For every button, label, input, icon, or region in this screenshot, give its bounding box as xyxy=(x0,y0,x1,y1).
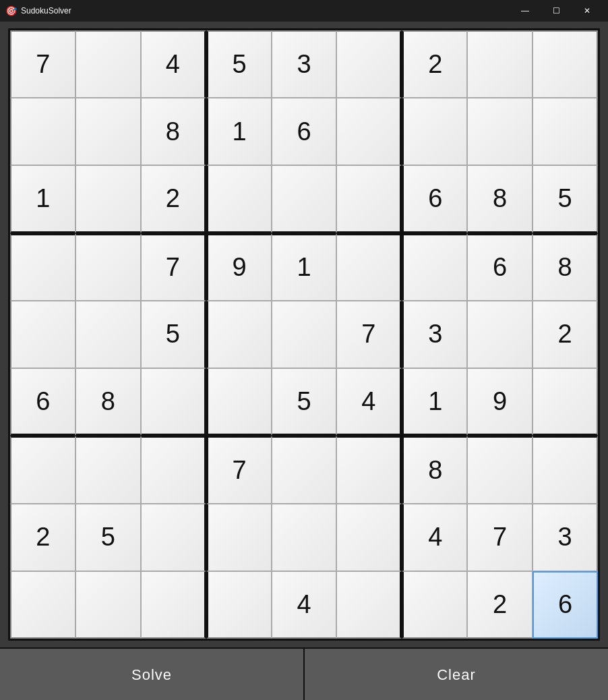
sudoku-cell[interactable] xyxy=(272,165,337,233)
sudoku-cell[interactable]: 3 xyxy=(533,504,598,571)
sudoku-cell[interactable]: 1 xyxy=(272,233,337,301)
sudoku-cell[interactable]: 7 xyxy=(206,436,272,503)
sudoku-cell[interactable]: 6 xyxy=(272,98,337,165)
sudoku-cell[interactable] xyxy=(206,165,272,233)
sudoku-cell[interactable] xyxy=(206,504,272,571)
sudoku-cell[interactable] xyxy=(141,504,206,571)
sudoku-cell[interactable]: 5 xyxy=(141,301,206,368)
title-bar: 🎯 SudokuSolver — ☐ ✕ xyxy=(0,0,608,22)
sudoku-cell[interactable] xyxy=(206,301,272,368)
sudoku-cell[interactable] xyxy=(75,233,141,301)
sudoku-cell[interactable] xyxy=(336,233,402,301)
sudoku-cell[interactable]: 5 xyxy=(533,165,598,233)
sudoku-cell[interactable]: 8 xyxy=(141,98,206,165)
close-button[interactable]: ✕ xyxy=(572,0,603,22)
sudoku-cell[interactable] xyxy=(402,98,467,165)
sudoku-cell[interactable] xyxy=(336,436,402,503)
sudoku-cell[interactable] xyxy=(75,98,141,165)
sudoku-cell[interactable]: 8 xyxy=(402,436,467,503)
sudoku-cell[interactable]: 8 xyxy=(467,165,533,233)
sudoku-cell[interactable] xyxy=(467,98,533,165)
sudoku-cell[interactable]: 6 xyxy=(467,233,533,301)
sudoku-cell[interactable] xyxy=(206,368,272,436)
sudoku-cell[interactable] xyxy=(75,436,141,503)
sudoku-cell[interactable]: 6 xyxy=(533,571,598,639)
minimize-button[interactable]: — xyxy=(510,0,541,22)
sudoku-cell[interactable]: 7 xyxy=(467,504,533,571)
clear-button[interactable]: Clear xyxy=(303,649,608,700)
sudoku-cell[interactable] xyxy=(336,30,402,98)
button-bar: Solve Clear xyxy=(0,647,608,700)
sudoku-cell[interactable]: 6 xyxy=(402,165,467,233)
sudoku-cell[interactable] xyxy=(533,30,598,98)
sudoku-cell[interactable] xyxy=(141,368,206,436)
title-bar-controls: — ☐ ✕ xyxy=(510,0,603,22)
solve-button[interactable]: Solve xyxy=(0,649,303,700)
sudoku-cell[interactable] xyxy=(75,301,141,368)
sudoku-cell[interactable]: 1 xyxy=(206,98,272,165)
sudoku-cell[interactable]: 8 xyxy=(75,368,141,436)
sudoku-cell[interactable]: 9 xyxy=(467,368,533,436)
sudoku-cell[interactable] xyxy=(75,165,141,233)
sudoku-cell[interactable] xyxy=(141,436,206,503)
sudoku-cell[interactable] xyxy=(10,98,75,165)
sudoku-cell[interactable]: 7 xyxy=(10,30,75,98)
sudoku-cell[interactable] xyxy=(10,301,75,368)
sudoku-cell[interactable] xyxy=(272,301,337,368)
sudoku-cell[interactable] xyxy=(75,30,141,98)
sudoku-cell[interactable] xyxy=(272,504,337,571)
sudoku-cell[interactable] xyxy=(467,30,533,98)
sudoku-cell[interactable] xyxy=(336,98,402,165)
sudoku-cell[interactable] xyxy=(336,571,402,639)
sudoku-cell[interactable]: 5 xyxy=(75,504,141,571)
sudoku-cell[interactable]: 3 xyxy=(272,30,337,98)
sudoku-cell[interactable]: 4 xyxy=(141,30,206,98)
sudoku-cell[interactable] xyxy=(10,233,75,301)
sudoku-cell[interactable]: 6 xyxy=(10,368,75,436)
sudoku-cell[interactable]: 4 xyxy=(336,368,402,436)
sudoku-cell[interactable] xyxy=(206,571,272,639)
sudoku-cell[interactable] xyxy=(10,436,75,503)
sudoku-cell[interactable] xyxy=(533,98,598,165)
sudoku-cell[interactable]: 2 xyxy=(402,30,467,98)
sudoku-cell[interactable]: 4 xyxy=(272,571,337,639)
sudoku-cell[interactable]: 3 xyxy=(402,301,467,368)
sudoku-cell[interactable]: 8 xyxy=(533,233,598,301)
sudoku-cell[interactable]: 2 xyxy=(10,504,75,571)
sudoku-cell[interactable]: 9 xyxy=(206,233,272,301)
restore-button[interactable]: ☐ xyxy=(541,0,572,22)
sudoku-cell[interactable] xyxy=(10,571,75,639)
app-icon: 🎯 xyxy=(5,5,17,16)
sudoku-cell[interactable] xyxy=(75,571,141,639)
title-bar-left: 🎯 SudokuSolver xyxy=(5,5,71,16)
sudoku-grid: 74532816126857916857326854197825473426 xyxy=(8,28,600,641)
sudoku-cell[interactable]: 2 xyxy=(141,165,206,233)
sudoku-cell[interactable] xyxy=(402,233,467,301)
sudoku-cell[interactable]: 1 xyxy=(10,165,75,233)
sudoku-cell[interactable]: 2 xyxy=(533,301,598,368)
sudoku-cell[interactable] xyxy=(402,571,467,639)
sudoku-cell[interactable] xyxy=(533,436,598,503)
sudoku-cell[interactable]: 4 xyxy=(402,504,467,571)
sudoku-cell[interactable] xyxy=(336,165,402,233)
sudoku-cell[interactable] xyxy=(533,368,598,436)
sudoku-cell[interactable] xyxy=(467,436,533,503)
sudoku-cell[interactable]: 5 xyxy=(206,30,272,98)
app-title: SudokuSolver xyxy=(21,6,71,16)
sudoku-cell[interactable]: 2 xyxy=(467,571,533,639)
sudoku-cell[interactable] xyxy=(336,504,402,571)
sudoku-cell[interactable]: 1 xyxy=(402,368,467,436)
sudoku-cell[interactable]: 7 xyxy=(336,301,402,368)
sudoku-cell[interactable]: 5 xyxy=(272,368,337,436)
sudoku-cell[interactable] xyxy=(467,301,533,368)
sudoku-cell[interactable] xyxy=(141,571,206,639)
sudoku-cell[interactable] xyxy=(272,436,337,503)
sudoku-cell[interactable]: 7 xyxy=(141,233,206,301)
grid-container: 74532816126857916857326854197825473426 xyxy=(0,22,608,647)
